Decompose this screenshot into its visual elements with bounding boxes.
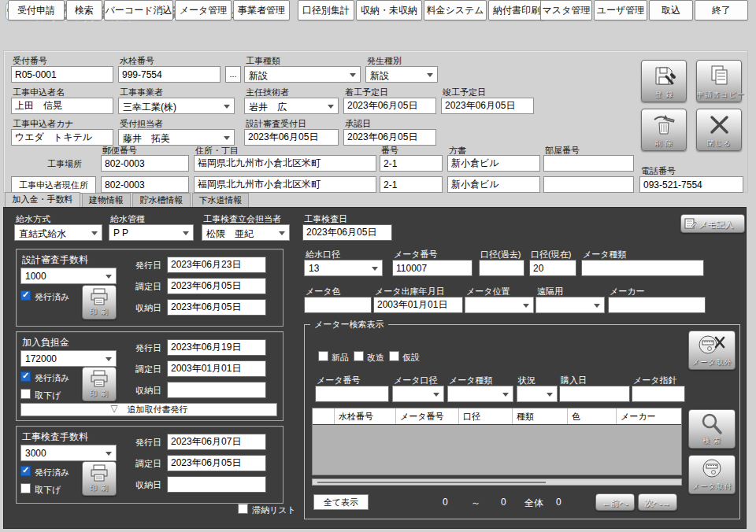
meter-position-select[interactable] bbox=[465, 297, 534, 313]
meter-type-input[interactable] bbox=[581, 260, 704, 276]
contractor-select[interactable]: 三幸工業(株) bbox=[118, 98, 235, 114]
design-review-fee-amount-select[interactable]: 1000 bbox=[20, 268, 117, 284]
meter-out-date-input[interactable] bbox=[373, 297, 463, 313]
design-review-receipt-date-input[interactable] bbox=[167, 299, 266, 316]
reception-no-input[interactable] bbox=[11, 66, 113, 83]
tab-sewer-info[interactable]: 下水道情報 bbox=[192, 193, 249, 207]
home-building-input[interactable] bbox=[447, 176, 540, 193]
inspection-print-button[interactable]: 印 刷 bbox=[82, 461, 117, 496]
toolbar-button-user-mgmt[interactable]: ユーザ管理 bbox=[594, 0, 647, 20]
tab-building-info[interactable]: 建物情報 bbox=[82, 193, 131, 207]
site-address-input[interactable] bbox=[194, 155, 376, 172]
applicant-input[interactable] bbox=[11, 98, 113, 114]
connection-receipt-date-input[interactable] bbox=[167, 382, 266, 398]
meter-results-table[interactable]: 水栓番号 メータ番号 口径 種類 色 メーカー bbox=[312, 408, 682, 475]
design-review-issue-date-input[interactable] bbox=[167, 257, 266, 273]
search-type-select[interactable] bbox=[447, 386, 513, 402]
toolbar-button-reception[interactable]: 受付申請 bbox=[8, 0, 65, 20]
design-review-issued-checkbox[interactable] bbox=[20, 290, 31, 301]
delete-button[interactable]: 削 除 bbox=[641, 109, 687, 151]
connection-assess-date-input[interactable] bbox=[167, 360, 266, 377]
site-building-input[interactable] bbox=[447, 155, 540, 172]
design-accept-date-input[interactable] bbox=[244, 129, 339, 146]
toolbar-button-barcode[interactable]: バーコード消込 bbox=[104, 0, 173, 20]
toolbar-button-payments[interactable]: 収納・未収納 bbox=[356, 0, 422, 20]
inspection-receipt-date-input[interactable] bbox=[167, 476, 266, 493]
new-meter-checkbox[interactable] bbox=[318, 351, 328, 361]
next-page-button[interactable]: 次へ→ bbox=[638, 493, 677, 511]
supply-method-select[interactable]: 直結式給水 bbox=[14, 224, 102, 241]
toolbar-button-exit[interactable]: 終了 bbox=[695, 0, 748, 20]
site-number-input[interactable] bbox=[380, 155, 443, 172]
inspect-date-input[interactable] bbox=[302, 224, 392, 241]
search-purchase-date-input[interactable] bbox=[559, 386, 630, 402]
design-review-assess-date-input[interactable] bbox=[167, 278, 266, 294]
search-bore-select[interactable] bbox=[392, 386, 444, 402]
inspection-fee-amount-select[interactable]: 3000 bbox=[20, 445, 117, 461]
meter-remove-button[interactable]: メータ取外 bbox=[688, 331, 736, 370]
bore-select[interactable]: 13 bbox=[304, 260, 383, 276]
show-all-button[interactable]: 全て表示 bbox=[313, 494, 369, 510]
toolbar-button-contractor-mgmt[interactable]: 事業者管理 bbox=[233, 0, 290, 20]
tap-no-more-button[interactable]: ... bbox=[225, 66, 241, 83]
toolbar-button-search[interactable]: 検索 bbox=[66, 0, 102, 20]
meter-color-input[interactable] bbox=[304, 297, 372, 313]
save-button[interactable]: 登 録 bbox=[641, 60, 687, 102]
hscrollbar-thumb[interactable] bbox=[317, 482, 546, 483]
site-room-input[interactable] bbox=[543, 155, 634, 172]
meter-no-input[interactable] bbox=[392, 260, 472, 276]
tab-fees[interactable]: 加入金・手数料 bbox=[5, 192, 80, 207]
bore-past-input[interactable] bbox=[479, 260, 524, 276]
pipe-type-select[interactable]: P P bbox=[109, 224, 194, 241]
home-room-input[interactable] bbox=[543, 176, 634, 193]
current-address-button[interactable]: 工事申込者現住所 bbox=[11, 176, 96, 194]
connection-withdraw-checkbox[interactable] bbox=[20, 389, 31, 399]
home-number-input[interactable] bbox=[380, 176, 443, 193]
work-type-select[interactable]: 新設 bbox=[244, 66, 361, 83]
connection-print-button[interactable]: 印 刷 bbox=[82, 367, 117, 401]
table-hscrollbar[interactable] bbox=[312, 478, 682, 486]
design-review-print-button[interactable]: 印 刷 bbox=[82, 285, 117, 320]
modified-meter-checkbox[interactable] bbox=[354, 351, 364, 361]
inspect-attendant-select[interactable]: 松隈 亜紀 bbox=[202, 224, 290, 241]
additional-slip-button[interactable]: ▽ 追加取付書発行 bbox=[20, 403, 277, 416]
start-date-input[interactable] bbox=[343, 98, 436, 114]
site-postal-input[interactable] bbox=[101, 155, 189, 172]
occur-type-select[interactable]: 新設 bbox=[365, 66, 438, 83]
close-button[interactable]: 閉じる bbox=[696, 109, 742, 151]
toolbar-button-bore-summary[interactable]: 口径別集計 bbox=[298, 0, 354, 20]
toolbar-button-master-mgmt[interactable]: マスタ管理 bbox=[540, 0, 592, 20]
connection-issued-checkbox[interactable] bbox=[20, 371, 31, 382]
copy-application-button[interactable]: 申請書コピー bbox=[696, 60, 742, 102]
toolbar-button-import[interactable]: 取込 bbox=[649, 0, 693, 20]
finish-date-input[interactable] bbox=[441, 98, 534, 114]
tab-tank-info[interactable]: 貯水槽情報 bbox=[132, 193, 191, 207]
inspection-issued-checkbox[interactable] bbox=[20, 466, 31, 476]
search-reading-input[interactable] bbox=[632, 386, 685, 402]
inspection-assess-date-input[interactable] bbox=[167, 455, 266, 471]
search-status-select[interactable] bbox=[517, 386, 558, 402]
connection-charge-amount-select[interactable]: 172000 bbox=[20, 350, 117, 367]
approval-date-input[interactable] bbox=[343, 129, 436, 146]
tap-no-input[interactable] bbox=[118, 66, 220, 83]
remote-select[interactable] bbox=[536, 297, 605, 313]
bore-now-input[interactable] bbox=[529, 260, 576, 276]
search-meter-no-input[interactable] bbox=[315, 386, 389, 402]
applicant-kana-input[interactable] bbox=[11, 129, 113, 146]
arrears-list-checkbox[interactable] bbox=[238, 504, 248, 514]
temporary-meter-checkbox[interactable] bbox=[389, 351, 399, 361]
connection-issue-date-input[interactable] bbox=[167, 339, 266, 356]
engineer-select[interactable]: 岩井 広 bbox=[244, 98, 339, 114]
maker-input[interactable] bbox=[608, 297, 706, 313]
toolbar-button-print-slip[interactable]: 納付書印刷 bbox=[488, 0, 545, 20]
memo-button[interactable]: メモ記入 bbox=[680, 214, 745, 233]
inspection-withdraw-checkbox[interactable] bbox=[20, 483, 31, 493]
search-button[interactable]: 検 索 bbox=[688, 409, 736, 449]
meter-attach-button[interactable]: メータ取付 bbox=[688, 455, 736, 494]
phone-input[interactable] bbox=[639, 176, 743, 193]
inspection-issue-date-input[interactable] bbox=[167, 434, 266, 450]
receptionist-select[interactable]: 藤井 拓美 bbox=[118, 129, 235, 146]
prev-page-button[interactable]: ←前へ bbox=[595, 493, 635, 511]
toolbar-button-billing-system[interactable]: 料金システム bbox=[424, 0, 487, 20]
toolbar-button-meter-mgmt[interactable]: メータ管理 bbox=[175, 0, 232, 20]
